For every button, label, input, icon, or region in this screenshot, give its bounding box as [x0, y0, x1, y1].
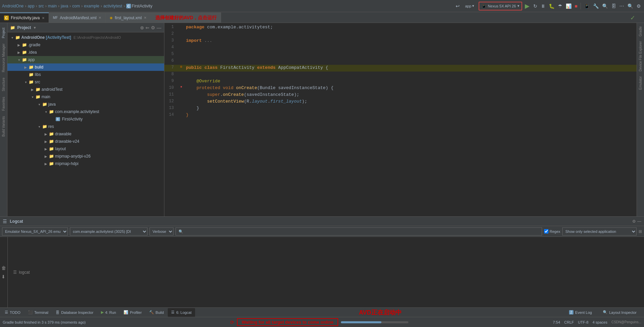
minimize-icon[interactable]: —: [637, 219, 641, 224]
tab-close-icon[interactable]: ✕: [42, 16, 45, 20]
device-selector[interactable]: 📱 Nexus 5X API 26 ▾: [479, 2, 522, 10]
locate-file-icon[interactable]: ⊕: [140, 25, 144, 30]
regex-checkbox[interactable]: [544, 229, 548, 234]
coverage-icon[interactable]: ☂: [557, 3, 563, 9]
tab-build[interactable]: 🔨 Build: [146, 308, 167, 317]
resource-manager-strip-tab[interactable]: Resource Manager: [1, 42, 6, 74]
debug-icon[interactable]: 🐛: [548, 3, 556, 9]
log-level-dropdown[interactable]: Verbose Debug Info Warn Error: [150, 227, 173, 236]
tab-todo[interactable]: ☰ TODO: [1, 308, 24, 317]
separator: [581, 3, 581, 9]
emulator-tab[interactable]: Emulator: [638, 74, 643, 92]
tree-item-mipmap-anydpi[interactable]: ▶ 📁 mipmap-anydpi-v26: [7, 153, 164, 160]
editor-content[interactable]: 1 package com.example.activitytest; 2 3 …: [164, 23, 637, 216]
breadcrumb-androidone[interactable]: AndroidOne: [2, 4, 24, 8]
tab-bar: C FirstActivity.java ✕ MF AndroidManifes…: [0, 12, 644, 23]
bottom-panel: ☰ Logcat ⚙ — Emulator Nexus_5X_API_26 em…: [0, 216, 644, 307]
hamburger-icon: ☰: [3, 219, 7, 224]
breakpoint-icon[interactable]: ●: [180, 85, 182, 89]
search-everywhere-icon[interactable]: 🔍: [626, 3, 634, 9]
breadcrumb-com[interactable]: com: [72, 4, 80, 8]
tab-terminal[interactable]: ⬛ Terminal: [25, 308, 52, 317]
tree-item-firstactivity[interactable]: ▶ C FirstActivity: [7, 115, 164, 123]
tree-item-build[interactable]: ▶ 📁 build: [7, 63, 164, 71]
tab-close-icon[interactable]: ✕: [144, 16, 146, 20]
avd-manager-icon[interactable]: 📱: [583, 3, 591, 9]
tab-profiler[interactable]: 📊 Profiler: [120, 308, 145, 317]
tree-item-src[interactable]: ▾ 📁 src: [7, 78, 164, 86]
logcat-log-content: ☰ logcat: [10, 237, 644, 307]
tab-terminal-label: Terminal: [34, 310, 49, 315]
database-inspector-icon[interactable]: 🗄: [610, 3, 617, 9]
tab-run[interactable]: ▶ 4: Run: [98, 308, 119, 317]
breadcrumb-src[interactable]: src: [38, 4, 44, 8]
refresh-icon[interactable]: ↻: [532, 3, 538, 9]
collapse-all-icon[interactable]: ⇐: [145, 25, 150, 30]
run-button[interactable]: ▶: [524, 2, 531, 10]
tree-item-drawable[interactable]: ▶ 📁 drawable: [7, 130, 164, 138]
device-file-explorer-tab[interactable]: Device File Explorer: [638, 39, 643, 73]
close-panel-icon[interactable]: —: [157, 25, 161, 30]
structure-strip-tab[interactable]: Structure: [1, 76, 6, 93]
tab-database-label: Database Inspector: [61, 310, 93, 315]
app-config-button[interactable]: app ▾: [462, 2, 477, 10]
xml-file-icon: MF: [53, 16, 58, 20]
tree-item-layout[interactable]: ▶ 📁 layout: [7, 145, 164, 153]
tree-item-androidtest[interactable]: ▶ 📁 androidTest: [7, 86, 164, 93]
show-only-dropdown[interactable]: Show only selected application No Filter…: [562, 227, 637, 236]
terminal-icon: ⬛: [28, 310, 33, 315]
stop-icon[interactable]: ■: [574, 3, 579, 9]
regex-text: Regex: [549, 229, 560, 234]
breadcrumb-file-icon: C: [126, 4, 131, 8]
package-dropdown[interactable]: com.example.activitytest (3025) [DI: [70, 227, 147, 236]
tree-item-main[interactable]: ▾ 📁 main: [7, 93, 164, 101]
clear-logcat-icon[interactable]: 🗑: [1, 265, 6, 271]
undo-icon[interactable]: ↩: [455, 3, 461, 9]
project-strip-tab[interactable]: Project: [1, 26, 6, 40]
device-dropdown[interactable]: Emulator Nexus_5X_API_26 emu: [2, 227, 68, 236]
more-icon[interactable]: ⋯: [618, 3, 625, 9]
avd-starting-annotation: AVD正在启动中: [359, 308, 402, 317]
tree-item-gradle[interactable]: ▶ 📁 .gradle: [7, 41, 164, 49]
tree-item-app[interactable]: ▾ 📁 app: [7, 56, 164, 63]
tree-item-java[interactable]: ▾ 📁 java: [7, 101, 164, 108]
tree-item-package[interactable]: ▾ 📁 com.example.activitytest: [7, 108, 164, 115]
tab-androidmanifest[interactable]: MF AndroidManifest.xml ✕: [49, 12, 106, 23]
logcat-search-input[interactable]: [176, 227, 542, 236]
layout-inspector-icon[interactable]: 🔍: [601, 3, 609, 9]
status-right-items: 2 Event Log 🔍 Layout Inspector: [566, 308, 643, 317]
breadcrumb-example[interactable]: example: [84, 4, 99, 8]
breadcrumb-activitytest[interactable]: activitytest: [103, 4, 122, 8]
tab-logcat[interactable]: ☰ 6: Logcat: [168, 308, 195, 317]
breadcrumb: AndroidOne › app › src › main › java › c…: [2, 4, 152, 8]
phone-icon: 📱: [481, 4, 486, 8]
run-tab-icon: ▶: [101, 310, 104, 315]
tab-firstlayout[interactable]: ◉ first_layout.xml ✕ 选择创建好的AVD，点击运行: [106, 12, 221, 23]
tree-item-libs[interactable]: ▶ 📁 libs: [7, 71, 164, 78]
tab-database-inspector[interactable]: 🗄 Database Inspector: [52, 308, 97, 317]
breadcrumb-java[interactable]: java: [61, 4, 68, 8]
tree-item-mipmap-hdpi[interactable]: ▶ 📁 mipmap-hdpi: [7, 160, 164, 167]
tab-close-icon[interactable]: ✕: [99, 16, 101, 20]
breadcrumb-main[interactable]: main: [48, 4, 57, 8]
scroll-to-end-icon[interactable]: ⬇: [1, 274, 6, 279]
tree-item-idea[interactable]: ▶ 📁 .idea: [7, 49, 164, 56]
expand-logcat-icon[interactable]: ⊞: [639, 229, 642, 234]
settings-icon[interactable]: ⚙: [632, 219, 636, 224]
gradle-tab[interactable]: Gradle: [638, 24, 643, 38]
settings-icon[interactable]: ⚙: [636, 3, 642, 9]
tab-firstactivity[interactable]: C FirstActivity.java ✕: [0, 12, 49, 23]
sdk-manager-icon[interactable]: 🔧: [592, 3, 600, 9]
tree-item-root[interactable]: ▾ 📁 AndroidOne [ActivityTest] E:\Android…: [7, 34, 164, 41]
pause-icon[interactable]: ⏸: [540, 3, 546, 9]
profile-icon[interactable]: 📊: [565, 3, 572, 9]
breadcrumb-app[interactable]: app: [28, 4, 34, 8]
gear-icon[interactable]: ⚙: [151, 25, 155, 30]
tab-event-log[interactable]: 2 Event Log: [566, 308, 595, 317]
tab-layout-inspector[interactable]: 🔍 Layout Inspector: [599, 308, 640, 317]
logcat-toolbar: Emulator Nexus_5X_API_26 emu com.example…: [0, 226, 644, 237]
tree-item-res[interactable]: ▾ 📁 res: [7, 123, 164, 130]
build-variants-strip-tab[interactable]: Build Variants: [1, 114, 6, 139]
favorites-strip-tab[interactable]: Favorites: [1, 95, 6, 113]
tree-item-drawable-v24[interactable]: ▶ 📁 drawable-v24: [7, 138, 164, 145]
